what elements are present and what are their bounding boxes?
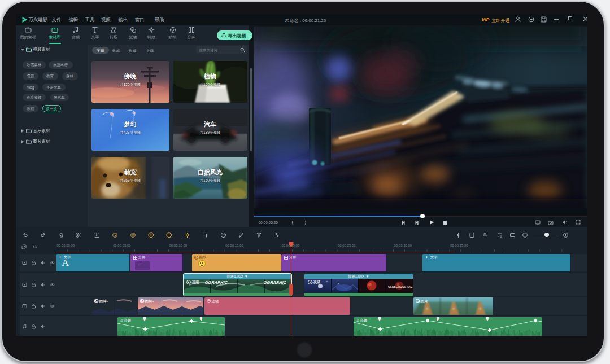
- svg-text:OLDSCHOOL FAC: OLDSCHOOL FAC: [388, 285, 413, 288]
